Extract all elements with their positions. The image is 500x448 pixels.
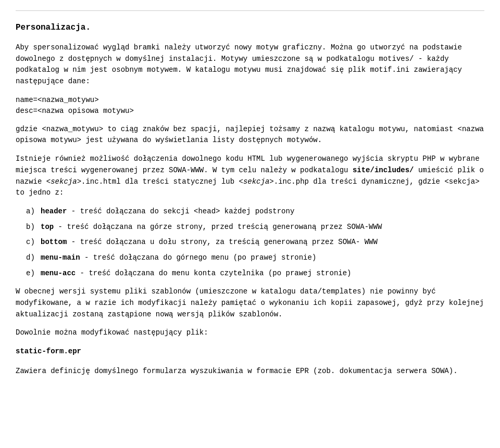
italic-sekcja-2: sekcja xyxy=(243,177,269,186)
list-item-d: d) menu-main - treść dołączana do górneg… xyxy=(26,252,484,264)
list-content-c: bottom - treść dołączana u dołu strony, … xyxy=(41,237,484,248)
paragraph-2: gdzie <nazwa_motywu> to ciąg znaków bez … xyxy=(16,124,484,146)
paragraph-3: Istnieje również możliwość dołączenia do… xyxy=(16,153,484,199)
code-block-1: name=<nazwa_motywu> desc=<nazwa opisowa … xyxy=(16,95,484,117)
list-marker-d: d) xyxy=(26,252,41,264)
list-marker-e: e) xyxy=(26,268,41,279)
list-marker-b: b) xyxy=(26,222,41,233)
main-content: Personalizacja. Aby spersonalizować wygl… xyxy=(16,21,484,377)
paragraph-6: Zawiera definicję domyślnego formularza … xyxy=(16,366,484,377)
italic-sekcja-1: sekcja xyxy=(51,177,77,186)
paragraph-4: W obecnej wersji systemu pliki szablonów… xyxy=(16,286,484,320)
bold-top: top xyxy=(41,223,54,231)
list-marker-c: c) xyxy=(26,237,41,248)
bold-bottom: bottom xyxy=(41,238,67,246)
bold-menu-main: menu-main xyxy=(41,253,80,262)
list-item-b: b) top - treść dołączana na górze strony… xyxy=(26,222,484,233)
list-content-b: top - treść dołączana na górze strony, p… xyxy=(41,222,484,233)
top-separator xyxy=(16,10,484,11)
list-item-c: c) bottom - treść dołączana u dołu stron… xyxy=(26,237,484,248)
bold-menu-acc: menu-acc xyxy=(41,269,76,277)
paragraph-5: Dowolnie można modyfikować następujący p… xyxy=(16,327,484,339)
list-item-e: e) menu-acc - treść dołączana do menu ko… xyxy=(26,268,484,279)
list-marker-a: a) xyxy=(26,206,41,217)
static-form-label: static-form.epr xyxy=(16,346,484,357)
list-content-d: menu-main - treść dołączana do górnego m… xyxy=(41,252,484,264)
bold-header: header xyxy=(41,207,67,215)
page-title: Personalizacja. xyxy=(16,21,484,34)
paragraph-1: Aby spersonalizować wygląd bramki należy… xyxy=(16,42,484,87)
section-list: a) header - treść dołączana do sekcji <h… xyxy=(26,206,484,279)
bold-site-includes: site/includes/ xyxy=(353,166,414,174)
list-content-e: menu-acc - treść dołączana do menu konta… xyxy=(41,268,484,279)
list-content-a: header - treść dołączana do sekcji <head… xyxy=(41,206,484,217)
list-item-a: a) header - treść dołączana do sekcji <h… xyxy=(26,206,484,217)
